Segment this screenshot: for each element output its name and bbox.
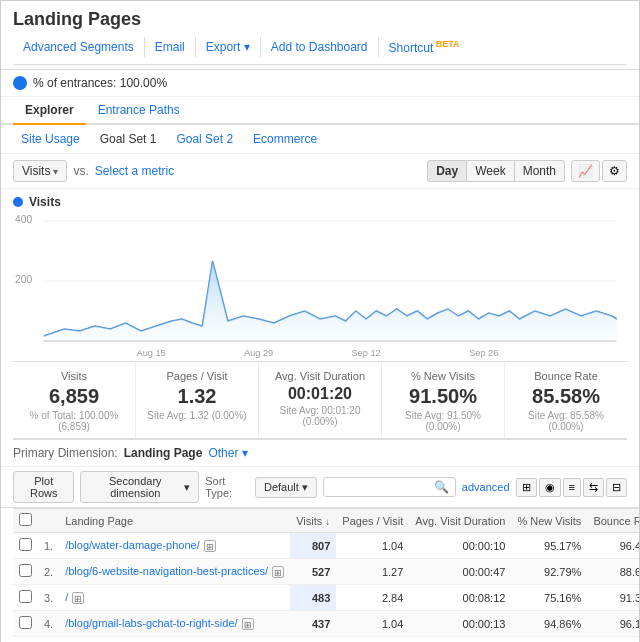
- secondary-dimension-dropdown[interactable]: Secondary dimension ▾: [80, 471, 199, 503]
- plot-icon[interactable]: ⊞: [242, 618, 254, 630]
- svg-text:200: 200: [15, 274, 32, 285]
- stats-row: Visits 6,859 % of Total: 100.00% (6,859)…: [13, 361, 627, 440]
- stat-pages-visit: Pages / Visit 1.32 Site Avg: 1.32 (0.00%…: [136, 362, 259, 438]
- row-checkbox[interactable]: [19, 564, 32, 577]
- table-wrapper: Landing Page Visits ↓ Pages / Visit Avg.…: [1, 508, 639, 642]
- table-row: 2./blog/6-website-navigation-best-practi…: [13, 559, 640, 585]
- stat-bounce-rate: Bounce Rate 85.58% Site Avg: 85.58% (0.0…: [505, 362, 627, 438]
- stat-duration-label: Avg. Visit Duration: [267, 370, 373, 382]
- th-new-visits[interactable]: % New Visits: [511, 509, 587, 533]
- plot-rows-button[interactable]: Plot Rows: [13, 471, 74, 503]
- stat-pages-sub: Site Avg: 1.32 (0.00%): [144, 410, 250, 421]
- stat-bounce-label: Bounce Rate: [513, 370, 619, 382]
- row-checkbox[interactable]: [19, 590, 32, 603]
- select-metric[interactable]: Select a metric: [95, 164, 174, 178]
- th-visits[interactable]: Visits ↓: [290, 509, 336, 533]
- stat-new-visits-label: % New Visits: [390, 370, 496, 382]
- row-bounce-rate: 88.61%: [587, 559, 640, 585]
- sort-default-dropdown[interactable]: Default ▾: [255, 477, 317, 498]
- time-btn-month[interactable]: Month: [515, 160, 565, 182]
- landing-page-link[interactable]: /blog/gmail-labs-gchat-to-right-side/: [65, 617, 237, 629]
- data-table: Landing Page Visits ↓ Pages / Visit Avg.…: [13, 508, 640, 637]
- svg-text:Sep 12: Sep 12: [351, 348, 380, 358]
- row-visits: 483: [290, 585, 336, 611]
- time-buttons-group: Day Week Month: [427, 160, 565, 182]
- search-box: 🔍: [323, 477, 456, 497]
- plot-icon[interactable]: ⊞: [272, 566, 284, 578]
- search-input[interactable]: [330, 481, 430, 493]
- table-row: 1./blog/water-damage-phone/⊞8071.0400:00…: [13, 533, 640, 559]
- table-view-list[interactable]: ≡: [563, 478, 581, 497]
- metric-dropdown[interactable]: Visits ▾: [13, 160, 67, 182]
- table-view-pie[interactable]: ◉: [539, 478, 561, 497]
- toolbar-email[interactable]: Email: [145, 37, 196, 57]
- row-checkbox-cell: [13, 559, 38, 585]
- row-avg-duration: 00:00:13: [409, 611, 511, 637]
- row-pages-visit: 1.27: [336, 559, 409, 585]
- stat-duration-sub: Site Avg: 00:01:20 (0.00%): [267, 405, 373, 427]
- row-checkbox-cell: [13, 585, 38, 611]
- tab-entrance-paths[interactable]: Entrance Paths: [86, 97, 192, 125]
- stat-visits: Visits 6,859 % of Total: 100.00% (6,859): [13, 362, 136, 438]
- sort-type-label: Sort Type:: [205, 475, 249, 499]
- row-bounce-rate: 96.11%: [587, 611, 640, 637]
- time-btn-day[interactable]: Day: [427, 160, 467, 182]
- page-header: Landing Pages Advanced Segments Email Ex…: [1, 1, 639, 70]
- landing-page-link[interactable]: /blog/6-website-navigation-best-practice…: [65, 565, 268, 577]
- row-new-visits: 95.17%: [511, 533, 587, 559]
- tab-explorer[interactable]: Explorer: [13, 97, 86, 125]
- left-controls: Visits ▾ vs. Select a metric: [13, 160, 174, 182]
- stat-pages-value: 1.32: [144, 385, 250, 408]
- table-controls: Plot Rows Secondary dimension ▾ Sort Typ…: [1, 467, 639, 508]
- row-landing-page: /⊞: [59, 585, 290, 611]
- page-title: Landing Pages: [13, 9, 627, 30]
- entrances-icon: [13, 76, 27, 90]
- row-checkbox-cell: [13, 533, 38, 559]
- toolbar-shortcut[interactable]: Shortcut BETA: [379, 36, 470, 58]
- entrances-text: % of entrances: 100.00%: [33, 76, 167, 90]
- chart-type-bar[interactable]: ⚙: [602, 160, 627, 182]
- sub-tab-ecommerce[interactable]: Ecommerce: [245, 129, 325, 149]
- table-row: 4./blog/gmail-labs-gchat-to-right-side/⊞…: [13, 611, 640, 637]
- row-checkbox[interactable]: [19, 616, 32, 629]
- table-view-pivot[interactable]: ⊟: [606, 478, 627, 497]
- stat-new-visits: % New Visits 91.50% Site Avg: 91.50% (0.…: [382, 362, 505, 438]
- th-avg-duration[interactable]: Avg. Visit Duration: [409, 509, 511, 533]
- chart-type-line[interactable]: 📈: [571, 160, 600, 182]
- right-controls: Day Week Month 📈 ⚙: [427, 160, 627, 182]
- plot-icon[interactable]: ⊞: [72, 592, 84, 604]
- legend-label: Visits: [29, 195, 61, 209]
- th-pages-visit[interactable]: Pages / Visit: [336, 509, 409, 533]
- landing-page-link[interactable]: /blog/water-damage-phone/: [65, 539, 200, 551]
- toolbar-add-to-dashboard[interactable]: Add to Dashboard: [261, 37, 379, 57]
- row-num: 2.: [38, 559, 59, 585]
- row-bounce-rate: 96.41%: [587, 533, 640, 559]
- sub-tab-goal-set-2[interactable]: Goal Set 2: [168, 129, 241, 149]
- primary-dim-link[interactable]: Other ▾: [208, 446, 247, 460]
- sub-tab-goal-set-1[interactable]: Goal Set 1: [92, 129, 165, 149]
- stat-new-visits-sub: Site Avg: 91.50% (0.00%): [390, 410, 496, 432]
- th-bounce-rate[interactable]: Bounce Rate: [587, 509, 640, 533]
- plot-icon[interactable]: ⊞: [204, 540, 216, 552]
- search-icon: 🔍: [434, 480, 449, 494]
- time-btn-week[interactable]: Week: [467, 160, 514, 182]
- th-landing-page[interactable]: Landing Page: [59, 509, 290, 533]
- toolbar-advanced-segments[interactable]: Advanced Segments: [13, 37, 145, 57]
- svg-text:400: 400: [15, 214, 32, 225]
- select-all-checkbox[interactable]: [19, 513, 32, 526]
- table-view-grid[interactable]: ⊞: [516, 478, 537, 497]
- chart-area: Visits 400 200 Aug 15 Aug 29: [1, 189, 639, 361]
- row-new-visits: 75.16%: [511, 585, 587, 611]
- row-visits: 527: [290, 559, 336, 585]
- sub-tab-site-usage[interactable]: Site Usage: [13, 129, 88, 149]
- row-avg-duration: 00:00:10: [409, 533, 511, 559]
- table-view-compare[interactable]: ⇆: [583, 478, 604, 497]
- row-checkbox[interactable]: [19, 538, 32, 551]
- toolbar-export[interactable]: Export ▾: [196, 37, 261, 57]
- toolbar: Advanced Segments Email Export ▾ Add to …: [13, 36, 627, 65]
- landing-page-link[interactable]: /: [65, 591, 68, 603]
- advanced-link[interactable]: advanced: [462, 481, 510, 493]
- row-pages-visit: 1.04: [336, 533, 409, 559]
- chart-type-buttons: 📈 ⚙: [571, 160, 627, 182]
- stat-pages-label: Pages / Visit: [144, 370, 250, 382]
